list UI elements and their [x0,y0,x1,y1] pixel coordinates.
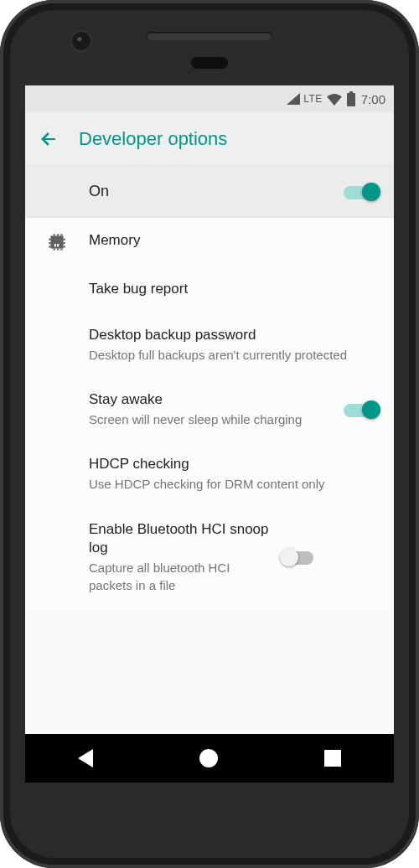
item-bluetooth-hci-snoop[interactable]: Enable Bluetooth HCI snoop log Capture a… [25,507,394,607]
svg-rect-3 [54,244,56,246]
item-subtitle: Use HDCP checking for DRM content only [89,476,370,493]
back-button[interactable] [39,129,59,149]
item-stay-awake[interactable]: Stay awake Screen will never sleep while… [25,377,394,442]
svg-rect-7 [49,245,50,247]
svg-rect-0 [349,91,353,93]
svg-rect-10 [64,245,65,247]
master-toggle-label: On [89,183,344,200]
svg-rect-9 [64,242,65,244]
svg-rect-12 [57,234,59,235]
item-memory[interactable]: Memory [25,218,394,266]
item-title: Desktop backup password [89,326,370,345]
item-title: Stay awake [89,390,335,410]
svg-rect-11 [54,234,55,235]
clock-label: 7:00 [361,92,385,106]
item-title: HDCP checking [89,455,370,474]
svg-rect-13 [60,234,62,235]
phone-frame: LTE 7:00 Developer options On [0,0,419,868]
earpiece-speaker [147,32,272,40]
item-title: Take bug report [89,280,370,299]
item-title: Enable Bluetooth HCI snoop log [89,520,273,559]
status-bar: LTE 7:00 [25,85,394,112]
svg-rect-16 [60,249,62,251]
wifi-icon [326,92,343,106]
item-subtitle: Desktop full backups aren't currently pr… [89,347,370,364]
page-title: Developer options [79,128,227,150]
settings-list: Memory Take bug report Desktop backup pa… [25,218,394,607]
stay-awake-toggle-switch[interactable] [344,400,379,420]
front-camera [72,32,91,50]
item-subtitle: Capture all bluetooth HCI packets in a f… [89,560,273,594]
svg-rect-6 [49,242,50,244]
master-toggle-switch[interactable] [344,182,379,202]
battery-icon [346,91,356,106]
network-label: LTE [303,93,323,105]
item-bug-report[interactable]: Take bug report [25,266,394,313]
svg-rect-1 [347,93,355,106]
nav-recents-button[interactable] [324,750,341,767]
nav-back-button[interactable] [78,749,93,767]
bt-hci-toggle-switch[interactable] [282,547,317,567]
svg-rect-14 [54,249,55,251]
screen: LTE 7:00 Developer options On [25,85,394,783]
navigation-bar [25,734,394,783]
cell-signal-icon [287,93,300,105]
item-title: Memory [89,231,370,251]
svg-rect-8 [64,239,65,240]
master-toggle-row[interactable]: On [25,166,394,218]
item-subtitle: Screen will never sleep while charging [89,411,335,428]
nav-home-button[interactable] [199,749,218,767]
app-bar: Developer options [25,112,394,166]
proximity-sensor [191,57,228,69]
memory-icon [25,231,89,253]
svg-rect-5 [49,239,50,240]
svg-rect-15 [57,249,59,251]
svg-rect-4 [57,244,59,246]
item-desktop-backup-password[interactable]: Desktop backup password Desktop full bac… [25,313,394,377]
item-hdcp-checking[interactable]: HDCP checking Use HDCP checking for DRM … [25,442,394,506]
